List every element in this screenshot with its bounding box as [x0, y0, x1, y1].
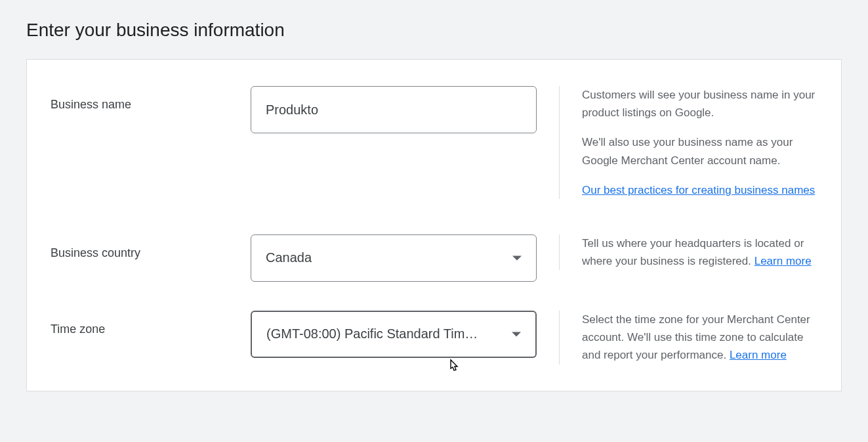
business-country-value: Canada [266, 250, 506, 265]
time-zone-select[interactable]: (GMT-08:00) Pacific Standard Tim… [251, 311, 537, 358]
help-text: We'll also use your business name as you… [582, 133, 817, 169]
row-business-country: Business country Canada Tell us where yo… [51, 234, 817, 282]
label-business-country: Business country [51, 234, 251, 260]
learn-more-timezone-link[interactable]: Learn more [730, 349, 787, 361]
business-country-select[interactable]: Canada [251, 234, 537, 282]
row-time-zone: Time zone (GMT-08:00) Pacific Standard T… [51, 311, 817, 365]
best-practices-link[interactable]: Our best practices for creating business… [582, 184, 815, 196]
help-business-name: Customers will see your business name in… [559, 86, 817, 199]
label-business-name: Business name [51, 86, 251, 112]
time-zone-value: (GMT-08:00) Pacific Standard Tim… [266, 326, 505, 342]
row-business-name: Business name Customers will see your bu… [51, 86, 817, 199]
chevron-down-icon [512, 255, 522, 260]
business-name-input[interactable] [251, 86, 537, 133]
form-card: Business name Customers will see your bu… [26, 59, 842, 391]
learn-more-country-link[interactable]: Learn more [754, 255, 812, 267]
page-title: Enter your business information [26, 20, 842, 41]
help-business-country: Tell us where your headquarters is locat… [559, 234, 817, 270]
chevron-down-icon [512, 332, 521, 336]
help-time-zone: Select the time zone for your Merchant C… [559, 311, 817, 365]
label-time-zone: Time zone [51, 311, 251, 336]
help-text: Customers will see your business name in… [582, 86, 817, 122]
